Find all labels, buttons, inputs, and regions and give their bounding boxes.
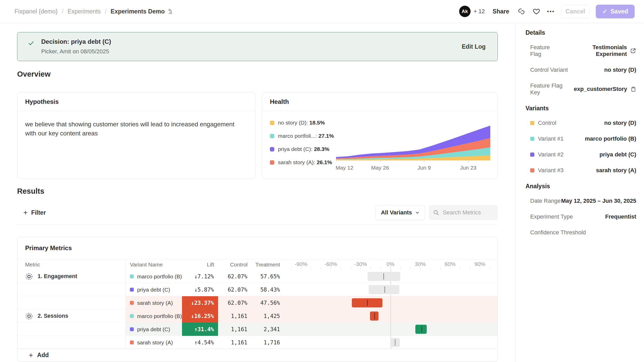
decision-title: Decision: priya debt (C) bbox=[41, 39, 111, 45]
col-treatment: Treatment bbox=[251, 262, 280, 268]
breadcrumb-project[interactable]: Fixpanel {demo} bbox=[15, 8, 58, 15]
edit-log-button[interactable]: Edit Log bbox=[462, 43, 486, 50]
breadcrumb-separator: / bbox=[62, 8, 63, 15]
variants-dropdown[interactable]: All Variants bbox=[375, 205, 425, 220]
treatment-value: 47.56% bbox=[248, 296, 280, 309]
svg-text:May 26: May 26 bbox=[371, 165, 389, 171]
legend-item: marco portfoli...: 27.1% bbox=[270, 133, 334, 139]
share-button[interactable]: Share bbox=[493, 8, 509, 15]
analysis-section: Analysis Date Range May 12, 2025 – Jun 3… bbox=[526, 183, 636, 236]
saved-button[interactable]: ✓ Saved bbox=[596, 5, 635, 18]
svg-text:May 12: May 12 bbox=[336, 165, 353, 171]
external-link-icon[interactable] bbox=[630, 48, 636, 54]
metric-table-row[interactable]: sarah story (A)↓23.37%62.07%47.56% bbox=[17, 296, 498, 309]
decision-banner: Decision: priya debt (C) Picker, Amit on… bbox=[17, 32, 498, 61]
variant-row: Variant #3 sarah story (A) bbox=[530, 167, 636, 174]
page-title: Experiments Demo bbox=[111, 8, 165, 15]
legend-item: no story (D): 18.5% bbox=[270, 120, 334, 126]
metric-name[interactable]: 2. Sessions bbox=[25, 309, 68, 323]
legend-swatch bbox=[270, 134, 274, 138]
control-value: 1,161 bbox=[218, 323, 247, 336]
variant-color-dot bbox=[130, 314, 134, 318]
control-value: 1,161 bbox=[218, 309, 247, 323]
variant-row: Variant #1 marco portfolio (B) bbox=[530, 135, 636, 142]
hypothesis-title: Hypothesis bbox=[17, 92, 255, 111]
zero-axis-line bbox=[390, 309, 391, 323]
metric-name[interactable]: 1. Engagement bbox=[25, 270, 77, 283]
metric-target-icon bbox=[25, 312, 33, 320]
table-header: Metric Variant Name Lift Control Treatme… bbox=[17, 259, 498, 270]
variant-name: marco portfolio (B) bbox=[137, 270, 182, 283]
axis-label: 60% bbox=[445, 261, 456, 267]
control-value: 1,161 bbox=[218, 336, 247, 349]
lift-point-estimate bbox=[384, 286, 385, 293]
lift-value: ↓23.37% bbox=[182, 296, 218, 309]
chevron-down-icon bbox=[415, 210, 420, 215]
legend-swatch bbox=[270, 121, 274, 125]
copy-link-icon[interactable] bbox=[517, 7, 526, 16]
avatar[interactable]: Ak bbox=[459, 6, 471, 17]
cancel-button[interactable]: Cancel bbox=[561, 5, 590, 18]
variant-name: priya debt (C) bbox=[137, 283, 170, 296]
search-icon bbox=[433, 209, 439, 216]
variant-color-dot bbox=[130, 288, 134, 292]
lift-value: ↓16.25% bbox=[182, 309, 218, 323]
metric-table-row[interactable]: sarah story (A)↑4.54%1,1611,716 bbox=[17, 336, 498, 349]
col-lift: Lift bbox=[182, 262, 214, 268]
metric-table-row[interactable]: 1. Engagementmarco portfolio (B)↓7.12%62… bbox=[17, 270, 498, 283]
lift-point-estimate bbox=[395, 339, 395, 346]
add-metric-button[interactable]: + Add bbox=[17, 349, 498, 361]
primary-metrics-title: Primary Metrics bbox=[17, 237, 498, 259]
collaborators-count[interactable]: + 12 bbox=[474, 8, 485, 15]
confidence-interval-bar bbox=[369, 285, 400, 294]
confidence-interval-plot bbox=[283, 270, 498, 283]
breadcrumb-experiments[interactable]: Experiments bbox=[68, 8, 101, 15]
variant-row: Control no story (D) bbox=[530, 120, 636, 126]
variant-name: marco portfolio (B) bbox=[137, 309, 182, 323]
details-title: Details bbox=[526, 29, 636, 36]
metric-table-row[interactable]: priya debt (C)↑31.4%1,1612,341 bbox=[17, 323, 498, 336]
clipboard-copy-icon[interactable] bbox=[630, 86, 636, 92]
col-control: Control bbox=[222, 262, 248, 268]
add-filter-button[interactable]: + Filter bbox=[23, 209, 46, 216]
detail-row-feature-flag-key: Feature Flag Key exp_customerStory bbox=[530, 82, 636, 96]
variants-title: Variants bbox=[526, 105, 636, 112]
decision-subtitle: Picker, Amit on 08/05/2025 bbox=[41, 48, 111, 55]
axis-label: -60% bbox=[324, 261, 337, 267]
more-options-icon[interactable]: ••• bbox=[547, 9, 555, 15]
health-stacked-area-chart[interactable]: May 12May 26Jun 9Jun 23 bbox=[336, 119, 492, 173]
variant-color-dot bbox=[130, 327, 134, 331]
axis-label: -90% bbox=[295, 261, 307, 267]
variant-swatch bbox=[530, 121, 534, 125]
analysis-title: Analysis bbox=[526, 183, 636, 190]
analysis-row-confidence-threshold: Confidence Threshold bbox=[530, 229, 636, 236]
svg-text:Jun 23: Jun 23 bbox=[460, 165, 476, 171]
search-metrics-input[interactable] bbox=[442, 209, 492, 216]
details-section: Details Feature Flag Testimonials Experi… bbox=[526, 29, 636, 96]
favorite-heart-icon[interactable] bbox=[532, 7, 541, 16]
lift-point-estimate bbox=[422, 326, 422, 332]
variant-swatch bbox=[530, 168, 534, 172]
metric-table-row[interactable]: priya debt (C)↓5.87%62.07%58.43% bbox=[17, 283, 498, 296]
top-bar-actions: Ak + 12 Share ••• Cancel ✓ Saved bbox=[459, 5, 635, 18]
hypothesis-body[interactable]: we believe that showing customer stories… bbox=[17, 111, 246, 147]
details-sidebar: Details Feature Flag Testimonials Experi… bbox=[515, 23, 644, 362]
variant-color-dot bbox=[130, 341, 134, 344]
check-icon bbox=[28, 40, 34, 47]
top-bar: Fixpanel {demo} / Experiments / Experime… bbox=[0, 0, 644, 23]
variant-swatch bbox=[530, 153, 534, 157]
detail-row-feature-flag: Feature Flag Testimonials Experiment bbox=[530, 44, 636, 57]
variant-color-dot bbox=[130, 274, 134, 278]
axis-label: 90% bbox=[474, 261, 485, 267]
treatment-value: 57.65% bbox=[248, 270, 280, 283]
breadcrumb: Fixpanel {demo} / Experiments / Experime… bbox=[15, 8, 173, 15]
metric-table-row[interactable]: 2. Sessionsmarco portfolio (B)↓16.25%1,1… bbox=[17, 309, 498, 323]
confidence-interval-plot bbox=[283, 323, 498, 336]
confidence-interval-plot bbox=[283, 296, 498, 309]
svg-text:Jun 9: Jun 9 bbox=[417, 165, 431, 171]
confidence-interval-plot bbox=[283, 336, 498, 349]
treatment-value: 2,341 bbox=[248, 323, 280, 336]
plus-icon: + bbox=[23, 209, 27, 216]
treatment-value: 1,716 bbox=[248, 336, 280, 349]
detail-row-control-variant: Control Variant no story (D) bbox=[530, 67, 636, 73]
